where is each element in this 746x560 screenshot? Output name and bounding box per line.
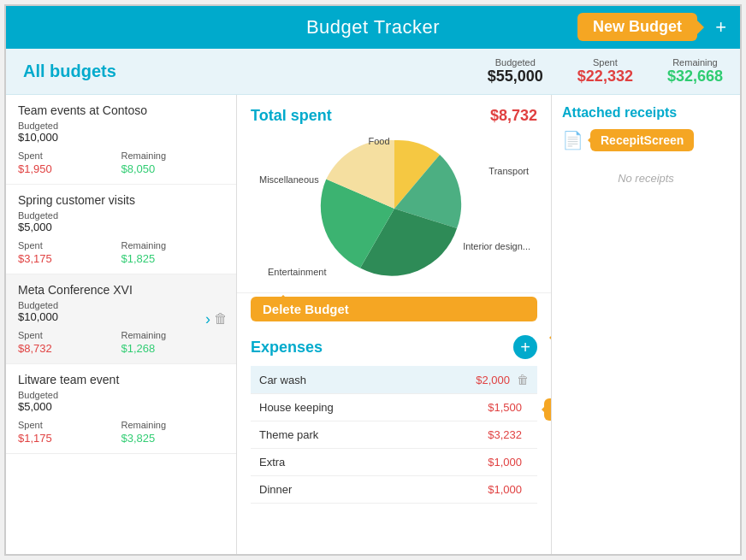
budget-spent: Spent $8,732 [18,327,121,355]
remaining-value: $8,050 [121,162,225,175]
budget-list: Team events at Contoso Budgeted $10,000 … [6,95,237,554]
pie-label-entertainment: Entertainment [268,267,326,277]
chevron-right-icon: › [205,310,210,328]
expense-name: Theme park [259,428,488,441]
pie-label-food: Food [369,136,390,146]
spent-label: Spent [18,330,43,340]
delete-icon[interactable]: 🗑 [214,311,228,327]
budget-remaining: Remaining $1,268 [121,327,225,355]
receipts-title: Attached receipts [562,105,730,121]
expense-amount: $3,232 [488,428,522,441]
remaining-value: $1,268 [121,342,225,355]
expense-amount: $1,000 [488,483,522,496]
budget-budgeted-value: $5,000 [18,221,224,233]
remaining-label: Remaining [667,57,723,68]
budget-spent: Spent $1,950 [18,147,121,175]
budget-spent-remaining-row: Spent $1,175 Remaining $3,825 [18,416,224,445]
receipt-file-icon: 📄 [562,130,583,150]
spent-value: $22,332 [577,68,633,85]
budget-name: Litware team event [18,373,224,386]
budgeted-label: Budgeted [488,57,543,68]
budget-spent: Spent $3,175 [18,237,121,265]
add-expense-wrapper: + Add Expense [513,335,537,359]
receipt-screen-button[interactable]: RecepitScreen [590,129,694,151]
receipt-item: 📄 RecepitScreen [562,129,730,151]
expense-row[interactable]: House keeping $1,500 [251,394,537,421]
budgeted-value: $55,000 [488,68,543,85]
remaining-label: Remaining [121,330,167,340]
budget-name: Meta Conference XVI [18,283,224,297]
budget-item[interactable]: Meta Conference XVI Budgeted $10,000 Spe… [6,274,236,364]
expense-amount: $2,000 [476,374,510,386]
spent-label: Spent [18,240,43,251]
budget-budgeted-label: Budgeted $10,000 [18,121,224,144]
remaining-summary: Remaining $32,668 [667,57,723,85]
all-budgets-title: All budgets [23,62,453,81]
expense-row[interactable]: Car wash $2,000 🗑 Delete Expense [251,366,537,394]
budget-name: Team events at Contoso [18,103,224,117]
budget-item[interactable]: Team events at Contoso Budgeted $10,000 … [6,95,236,185]
budget-budgeted-label: Budgeted $5,000 [18,390,224,413]
spent-summary: Spent $22,332 [577,57,633,85]
spent-value: $3,175 [18,252,121,265]
budget-spent: Spent $1,175 [18,416,121,445]
spent-value: $1,950 [18,162,121,175]
budget-spent-remaining-row: Spent $1,950 Remaining $8,050 [18,147,224,175]
expense-amount: $1,000 [488,456,522,469]
chart-amount: $8,732 [490,107,537,125]
pie-chart: Food Transport Interior design... Entert… [251,132,537,286]
new-budget-callout[interactable]: New Budget [577,13,697,41]
summary-bar: All budgets Budgeted $55,000 Spent $22,3… [6,49,740,95]
app-container: Budget Tracker New Budget + All budgets … [4,4,742,556]
chart-title: Total spent [251,107,490,125]
budget-budgeted-value: $10,000 [18,310,224,323]
main-content: Team events at Contoso Budgeted $10,000 … [6,95,740,554]
spent-label: Spent [577,57,633,68]
delete-expense-icon[interactable]: 🗑 Delete Expense [517,373,529,386]
expenses-section: Expenses + Add Expense Car wash $2,000 🗑… [237,328,551,554]
budget-remaining: Remaining $8,050 [121,147,225,175]
expense-row[interactable]: Dinner $1,000 [251,476,537,504]
expense-row[interactable]: Theme park $3,232 [251,421,537,449]
chart-section: Total spent $8,732 [237,95,551,293]
budget-item[interactable]: Spring customer visits Budgeted $5,000 S… [6,185,236,274]
chart-header: Total spent $8,732 [251,107,537,125]
remaining-label: Remaining [121,150,167,161]
budget-budgeted-label: Budgeted $5,000 [18,210,224,233]
expenses-header: Expenses + Add Expense [251,328,537,359]
remaining-label: Remaining [121,420,167,430]
remaining-label: Remaining [121,240,167,251]
expense-name: House keeping [259,401,488,414]
expenses-title: Expenses [251,339,513,357]
budgeted-summary: Budgeted $55,000 [488,57,543,85]
pie-label-interior: Interior design... [463,241,530,251]
pie-chart-svg [317,132,471,286]
expense-name: Car wash [259,374,476,386]
pie-label-miscellaneous: Miscellaneous [259,174,319,185]
expenses-list: Car wash $2,000 🗑 Delete Expense House k… [251,366,537,504]
remaining-value: $3,825 [121,432,225,445]
remaining-value: $1,825 [121,252,225,265]
pie-label-transport: Transport [488,166,529,176]
expense-row[interactable]: Extra $1,000 [251,449,537,476]
detail-panel: Total spent $8,732 [237,95,552,554]
spent-value: $1,175 [18,432,121,445]
add-expense-button[interactable]: + [513,335,537,359]
expense-amount: $1,500 [488,401,522,414]
budget-budgeted-value: $10,000 [18,131,224,144]
delete-expense-callout: Delete Expense [544,398,552,421]
budget-spent-remaining-row: Spent $3,175 Remaining $1,825 [18,237,224,265]
app-title: Budget Tracker [306,16,440,38]
budget-spent-remaining-row: Spent $8,732 Remaining $1,268 [18,327,224,355]
delete-budget-button[interactable]: Delete Budget [251,297,537,321]
no-receipts-label: No receipts [562,172,730,185]
budget-budgeted-label: Budgeted $10,000 [18,300,224,323]
budget-remaining: Remaining $3,825 [121,416,225,445]
spent-value: $8,732 [18,342,121,355]
budget-remaining: Remaining $1,825 [121,237,225,265]
spent-label: Spent [18,420,43,430]
budget-item[interactable]: Litware team event Budgeted $5,000 Spent… [6,364,236,454]
remaining-value: $32,668 [667,68,723,85]
spent-label: Spent [18,150,43,161]
add-budget-button[interactable]: + [715,16,726,38]
